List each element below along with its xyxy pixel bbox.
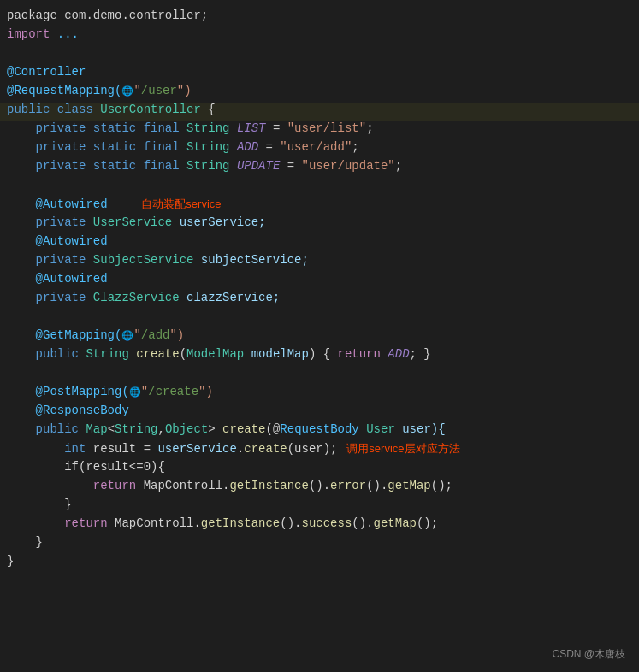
code-line <box>0 366 639 385</box>
code-line: @GetMapping(🌐"/add") <box>0 328 639 347</box>
code-editor: package com.demo.controller;import ... @… <box>0 0 639 672</box>
code-line: private static final String ADD = "user/… <box>0 140 639 159</box>
watermark: CSDN @木唐枝 <box>552 647 625 662</box>
code-line: public class UserController { <box>0 103 639 121</box>
code-line: package com.demo.controller; <box>0 9 639 27</box>
code-line <box>0 178 639 197</box>
code-line: } <box>0 554 639 573</box>
code-line: private SubjectService subjectService; <box>0 253 639 272</box>
code-line: @ResponseBody <box>0 404 639 422</box>
code-line: public String create(ModelMap modelMap) … <box>0 347 639 366</box>
code-line: @Controller <box>0 65 639 84</box>
code-line: @Autowired <box>0 234 639 253</box>
code-line <box>0 309 639 328</box>
code-line: if(result<=0){ <box>0 460 639 479</box>
code-line: return MapControll.getInstance().error()… <box>0 479 639 498</box>
code-line <box>0 46 639 65</box>
code-line: private static final String UPDATE = "us… <box>0 159 639 178</box>
code-line: private UserService userService; <box>0 215 639 234</box>
code-line: public Map<String,Object> create(@Reques… <box>0 422 639 441</box>
code-line: } <box>0 535 639 554</box>
code-line: } <box>0 498 639 516</box>
code-line: @RequestMapping(🌐"/user") <box>0 84 639 103</box>
code-line: private static final String LIST = "user… <box>0 121 639 140</box>
code-line: import ... <box>0 27 639 46</box>
code-line: @Autowired <box>0 272 639 291</box>
code-line: @PostMapping(🌐"/create") <box>0 385 639 404</box>
code-line: private ClazzService clazzService; <box>0 291 639 309</box>
code-line: return MapControll.getInstance().success… <box>0 516 639 535</box>
code-line: int result = userService.create(user); 调… <box>0 441 639 460</box>
code-line: @Autowired 自动装配service <box>0 197 639 215</box>
